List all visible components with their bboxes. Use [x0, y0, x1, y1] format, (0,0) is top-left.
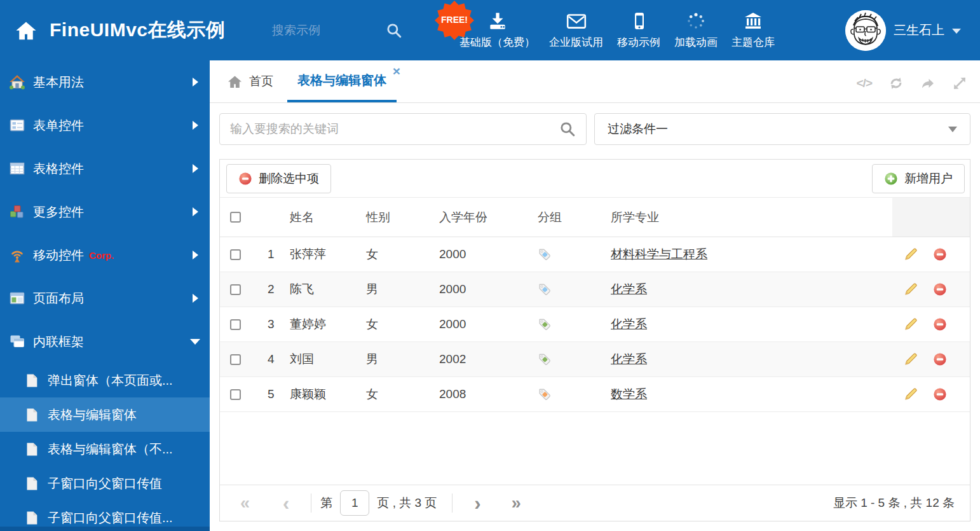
cubes-icon [9, 203, 25, 220]
close-icon[interactable] [393, 64, 400, 78]
chevron-down-icon [190, 339, 200, 345]
major-link[interactable]: 材料科学与工程系 [611, 246, 707, 263]
edit-button[interactable] [904, 282, 918, 296]
nav-item-basic-edition[interactable]: 基础版（免费） [453, 11, 542, 50]
row-checkbox[interactable] [230, 284, 241, 295]
sidebar-item-label: 页面布局 [33, 290, 84, 307]
first-page-button[interactable]: « [240, 495, 250, 512]
nav-item-enterprise-trial[interactable]: 企业版试用 [542, 11, 610, 50]
sidebar-item-mobile-controls[interactable]: 移动控件 Corp. [0, 233, 210, 277]
delete-row-button[interactable] [933, 387, 947, 401]
cell-gender: 女 [366, 386, 439, 403]
filter-dropdown[interactable]: 过滤条件一 [594, 113, 970, 145]
edit-button[interactable] [904, 317, 918, 331]
major-link[interactable]: 化学系 [611, 316, 647, 333]
table-row: 5 康颖颖 女 2008 数学系 [220, 377, 970, 412]
tab-home[interactable]: 首页 [228, 60, 273, 102]
avatar[interactable] [845, 10, 886, 51]
tag-icon [538, 282, 552, 296]
envelope-icon [566, 11, 587, 31]
sidebar-item-inline-frame[interactable]: 内联框架 [0, 320, 210, 363]
tab-toolbar: </> [857, 76, 967, 91]
edit-button[interactable] [904, 247, 918, 261]
last-page-button[interactable]: » [512, 495, 521, 512]
mobile-icon [629, 11, 649, 31]
delete-selected-button[interactable]: 删除选中项 [226, 164, 331, 193]
keyword-search-input[interactable] [230, 122, 559, 136]
row-checkbox[interactable] [230, 249, 241, 260]
edit-button[interactable] [904, 352, 918, 366]
cell-year: 2000 [439, 317, 538, 331]
add-user-button[interactable]: 新增用户 [872, 164, 965, 193]
major-link[interactable]: 化学系 [611, 351, 647, 368]
nav-item-theme-repo[interactable]: 主题仓库 [725, 11, 782, 50]
next-page-button[interactable]: › [474, 493, 480, 513]
chevron-right-icon [193, 207, 198, 216]
chevron-right-icon [193, 294, 198, 303]
nav-item-loading-animation[interactable]: 加载动画 [667, 11, 725, 50]
nav-item-label: 主题仓库 [732, 35, 775, 50]
sidebar-subitem-label: 表格与编辑窗体（不... [48, 441, 173, 458]
top-header: FineUIMvc在线示例 FREE! 基础版（免费） 企业版试用 [0, 0, 980, 60]
button-label: 新增用户 [904, 170, 953, 187]
row-checkbox[interactable] [230, 319, 241, 330]
table-row: 1 张萍萍 女 2000 材料科学与工程系 [220, 237, 970, 272]
select-all-checkbox[interactable] [230, 212, 241, 223]
user-menu[interactable]: 三生石上 [845, 0, 961, 60]
form-icon [9, 117, 25, 134]
refresh-button[interactable] [888, 76, 904, 91]
share-button[interactable] [920, 76, 936, 91]
chevron-right-icon [193, 78, 198, 86]
cell-name: 陈飞 [290, 281, 366, 298]
cell-year: 2000 [439, 282, 538, 296]
brand[interactable]: FineUIMvc在线示例 [15, 0, 226, 60]
row-checkbox[interactable] [230, 389, 241, 400]
tab-label: 表格与编辑窗体 [297, 72, 386, 89]
row-checkbox[interactable] [230, 354, 241, 365]
sidebar-subitem-grid-edit-window[interactable]: 表格与编辑窗体 [0, 397, 210, 432]
header-search-input[interactable] [272, 24, 367, 38]
sidebar-item-basic-usage[interactable]: 基本用法 [0, 60, 210, 104]
brand-home-icon[interactable] [15, 20, 37, 41]
cell-gender: 男 [366, 351, 439, 368]
page-input[interactable] [340, 490, 369, 516]
table-row: 2 陈飞 男 2000 化学系 [220, 272, 970, 307]
prev-page-button[interactable]: ‹ [283, 493, 289, 513]
sidebar-item-more-controls[interactable]: 更多控件 [0, 190, 210, 233]
bank-icon [742, 11, 764, 31]
delete-row-button[interactable] [933, 317, 947, 331]
sidebar-subitem-grid-edit-window-alt[interactable]: 表格与编辑窗体（不... [0, 432, 210, 466]
tab-grid-edit-window[interactable]: 表格与编辑窗体 [287, 60, 397, 102]
sidebar-item-form-controls[interactable]: 表单控件 [0, 104, 210, 147]
home-icon [9, 74, 25, 90]
tag-icon [538, 317, 552, 331]
search-icon[interactable] [386, 22, 402, 39]
sidebar-subitem-popup-window[interactable]: 弹出窗体（本页面或... [0, 363, 210, 397]
tab-label: 首页 [249, 73, 273, 90]
fullscreen-icon[interactable] [952, 76, 967, 91]
header-search[interactable] [272, 0, 402, 60]
chevron-right-icon [193, 164, 198, 173]
tag-icon [538, 247, 552, 261]
sidebar-subitem-label: 弹出窗体（本页面或... [48, 372, 173, 389]
user-name[interactable]: 三生石上 [894, 22, 944, 39]
sidebar-item-page-layout[interactable]: 页面布局 [0, 277, 210, 320]
nav-item-mobile-demo[interactable]: 移动示例 [610, 11, 667, 50]
delete-row-button[interactable] [933, 352, 947, 366]
cell-year: 2000 [439, 247, 538, 261]
delete-row-button[interactable] [933, 282, 947, 296]
code-button[interactable]: </> [857, 76, 872, 90]
nav-item-label: 企业版试用 [549, 35, 603, 50]
search-icon[interactable] [559, 121, 576, 137]
keyword-search-box[interactable] [219, 113, 587, 145]
sidebar-subitem-child-to-parent[interactable]: 子窗口向父窗口传值 [0, 466, 210, 500]
sidebar-item-grid-controls[interactable]: 表格控件 [0, 147, 210, 190]
major-link[interactable]: 数学系 [611, 386, 647, 403]
sidebar-item-label: 表格控件 [33, 160, 84, 177]
delete-row-button[interactable] [933, 247, 947, 261]
grid-panel: 删除选中项 新增用户 姓名 性别 入学年份 分组 所学专业 1 [219, 159, 970, 521]
record-summary: 显示 1 - 5 条 , 共 12 条 [833, 495, 955, 511]
divider [452, 493, 453, 513]
edit-button[interactable] [904, 387, 918, 401]
major-link[interactable]: 化学系 [611, 281, 647, 298]
